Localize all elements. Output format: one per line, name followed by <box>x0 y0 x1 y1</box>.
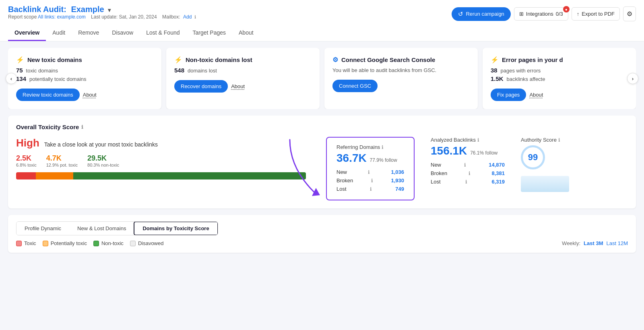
last-update-label: Last update: Sat, Jan 20, 2024 <box>91 14 157 20</box>
legend-dot-non-toxic <box>93 241 99 246</box>
rerun-campaign-button[interactable]: ↺ Rerun campaign <box>452 7 510 21</box>
legend-disavowed-label: Disavowed <box>138 240 164 246</box>
nav-item-audit[interactable]: Audit <box>46 25 72 41</box>
card-lost-stat1: 548 domains lost <box>174 67 312 74</box>
settings-button[interactable]: ⚙ <box>623 6 636 21</box>
legend-toxic: Toxic <box>16 240 36 246</box>
nav-item-lost-found[interactable]: Lost & Found <box>140 25 186 41</box>
toxicity-score-row: High Take a close look at your most toxi… <box>16 137 310 149</box>
export-pdf-button[interactable]: ↑ Export to PDF <box>572 7 620 21</box>
legend-pot-toxic-label: Potentially toxic <box>51 240 87 246</box>
integrations-button[interactable]: ⊞ Integrations 0/3 ● <box>514 7 568 21</box>
bottom-section: Profile Dynamic New & Lost Domains Domai… <box>8 215 636 253</box>
authority-chart <box>521 176 569 192</box>
gsc-desc-text: You will be able to audit backlinks from… <box>332 67 436 73</box>
project-chevron-icon[interactable]: ▾ <box>108 7 111 13</box>
nav-item-disavow[interactable]: Disavow <box>105 25 140 41</box>
analyzed-broken-value: 8,381 <box>491 170 505 176</box>
referring-domains-title: Referring Domains ℹ <box>336 144 404 150</box>
analyzed-backlinks-value: 156.1K <box>431 144 467 157</box>
card-toxic-stat2: 134 potentially toxic domains <box>16 75 153 82</box>
cards-prev-button[interactable]: ‹ <box>6 73 17 84</box>
card-lost-title-text: Non-toxic domains lost <box>186 56 252 63</box>
ref-domains-new-label: New <box>336 169 347 175</box>
main-content: ‹ ⚡ New toxic domains 75 toxic domains 1… <box>0 41 644 259</box>
integrations-badge: ● <box>563 6 570 12</box>
tab-profile-dynamic[interactable]: Profile Dynamic <box>17 222 69 235</box>
toxic-num-value: 2.5K <box>16 154 37 163</box>
connect-gsc-button[interactable]: Connect GSC <box>332 80 378 92</box>
nav-item-target-pages[interactable]: Target Pages <box>186 25 233 41</box>
cards-row: ⚡ New toxic domains 75 toxic domains 134… <box>8 48 636 109</box>
error-about-button[interactable]: About <box>529 92 543 98</box>
toxicity-section-title: Overall Toxicity Score <box>16 124 79 130</box>
toxicity-info-icon[interactable]: ℹ <box>81 124 83 130</box>
cards-container: ‹ ⚡ New toxic domains 75 toxic domains 1… <box>8 48 636 109</box>
report-scope-label: Report scope <box>8 14 37 20</box>
time-last-12m-button[interactable]: Last 12M <box>607 240 628 246</box>
review-toxic-button[interactable]: Review toxic domains <box>16 89 80 101</box>
card-error-pages: ⚡ Error pages in your d 38 pages with er… <box>483 48 636 109</box>
ref-domains-lost-value: 749 <box>395 186 404 192</box>
card-error-title: ⚡ Error pages in your d <box>491 56 628 64</box>
legend-time-row: Toxic Potentially toxic Non-toxic Disavo… <box>16 240 628 246</box>
project-name[interactable]: Example <box>71 5 104 14</box>
fix-pages-button[interactable]: Fix pages <box>491 89 526 101</box>
referring-domains-value: 36.7K <box>336 152 367 164</box>
ref-domains-broken-info[interactable]: ℹ <box>371 178 373 184</box>
analyzed-lost-info[interactable]: ℹ <box>465 179 467 185</box>
non-toxic-number: 29.5K 80.3% non-toxic <box>87 154 119 167</box>
non-toxic-num-value: 29.5K <box>87 154 119 163</box>
toxicity-header: Overall Toxicity Score ℹ <box>16 124 628 130</box>
header-title-area: Backlink Audit: Example ▾ Report scope A… <box>8 5 196 23</box>
card-lost-title: ⚡ Non-toxic domains lost <box>174 56 312 64</box>
card-toxic-title-text: New toxic domains <box>27 56 82 63</box>
card-error-stat2: 1.5K backlinks affecte <box>491 75 628 82</box>
report-scope-link[interactable]: All links: example.com <box>38 14 86 20</box>
ref-domains-broken-value: 1,930 <box>391 177 404 184</box>
ref-domains-new-info[interactable]: ℹ <box>368 169 370 175</box>
pot-toxic-num-label: 12.9% pot. toxic <box>46 163 78 167</box>
export-icon: ↑ <box>577 11 580 17</box>
referring-domains-info-icon[interactable]: ℹ <box>382 144 384 150</box>
mailbox-add-link[interactable]: Add <box>183 14 192 20</box>
toxic-about-button[interactable]: About <box>83 92 97 98</box>
integrations-label: Integrations <box>526 11 553 17</box>
cards-next-button[interactable]: › <box>627 73 638 84</box>
tab-new-lost-domains[interactable]: New & Lost Domains <box>69 222 134 235</box>
potentially-toxic-count: 134 <box>16 75 26 82</box>
analyzed-backlinks-rows: New ℹ 14,870 Broken ℹ 8,381 Lost ℹ 6,319 <box>431 161 505 186</box>
analyzed-backlinks-info-icon[interactable]: ℹ <box>477 137 479 143</box>
lightning-icon: ⚡ <box>16 56 24 64</box>
referring-domains-rows: New ℹ 1,036 Broken ℹ 1,930 Lost ℹ 749 <box>336 168 404 193</box>
authority-score-info-icon[interactable]: ℹ <box>558 137 560 143</box>
nav-item-overview[interactable]: Overview <box>8 25 46 41</box>
card-gsc: ⚙ Connect Google Search Console You will… <box>324 48 478 109</box>
integrations-icon: ⊞ <box>519 11 524 17</box>
tab-domains-toxicity-score[interactable]: Domains by Toxicity Score <box>134 221 218 235</box>
gear-icon: ⚙ <box>627 10 632 17</box>
toxicity-left: High Take a close look at your most toxi… <box>16 137 318 200</box>
legend-dot-toxic <box>16 241 22 246</box>
nav-item-remove[interactable]: Remove <box>72 25 105 41</box>
ref-domains-lost-row: Lost ℹ 749 <box>336 185 404 193</box>
ref-domains-lost-info[interactable]: ℹ <box>370 186 372 192</box>
ref-domains-lost-label: Lost <box>336 186 347 192</box>
lost-about-button[interactable]: About <box>231 83 245 89</box>
referring-domains-box: Referring Domains ℹ 36.7K 77.9% follow N… <box>326 137 415 200</box>
analyzed-new-label: New <box>431 162 441 168</box>
authority-score-box: Authority Score ℹ 99 <box>514 137 571 200</box>
card-error-title-text: Error pages in your d <box>502 56 563 63</box>
toxic-number: 2.5K 6.8% toxic <box>16 154 37 167</box>
card-lost-domains: ⚡ Non-toxic domains lost 548 domains los… <box>166 48 320 109</box>
potentially-toxic-label: potentially toxic domains <box>29 76 87 82</box>
analyzed-new-info[interactable]: ℹ <box>464 162 466 168</box>
card-gsc-actions: Connect GSC <box>332 80 470 92</box>
time-last-3m-button[interactable]: Last 3M <box>584 240 603 246</box>
legend-potentially-toxic: Potentially toxic <box>43 240 87 246</box>
error-pages-count: 38 <box>491 67 497 74</box>
nav-item-about[interactable]: About <box>232 25 260 41</box>
backlinks-affected-count: 1.5K <box>491 75 504 82</box>
analyzed-broken-info[interactable]: ℹ <box>469 171 471 176</box>
recover-domains-button[interactable]: Recover domains <box>174 80 228 93</box>
